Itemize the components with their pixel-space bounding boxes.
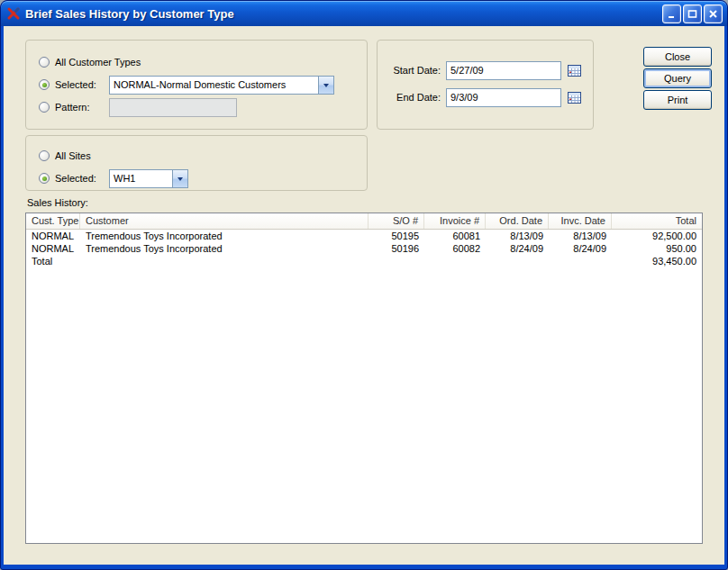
cell-order-date: 8/24/09 [486, 243, 549, 254]
minimize-icon [667, 9, 677, 19]
column-header-cust-type[interactable]: Cust. Type [26, 213, 80, 229]
customer-type-select-value: NORMAL-Normal Domestic Customers [110, 77, 318, 94]
radio-selected-customer-type[interactable]: Selected: [39, 79, 109, 90]
close-button[interactable]: Close [643, 47, 712, 67]
window-title: Brief Sales History by Customer Type [25, 7, 662, 21]
window: Brief Sales History by Customer Type All… [0, 0, 728, 570]
date-range-group: Start Date: End Date: [377, 40, 594, 130]
dialog-content: All Customer Types Selected: NORMAL-Norm… [4, 26, 724, 565]
selected-site-label: Selected: [55, 173, 96, 184]
end-date-label: End Date: [387, 92, 441, 103]
cell-so-number: 50196 [369, 243, 424, 254]
title-bar: Brief Sales History by Customer Type [1, 1, 727, 26]
column-header-so-number[interactable]: S/O # [369, 213, 424, 229]
table-row[interactable]: NORMAL Tremendous Toys Incorporated 5019… [26, 230, 702, 242]
action-button-column: Close Query Print [643, 47, 712, 110]
end-date-input[interactable] [446, 88, 561, 107]
cell-total: 92,500.00 [612, 231, 702, 241]
minimize-button[interactable] [662, 5, 681, 23]
query-button[interactable]: Query [643, 68, 712, 88]
close-icon [708, 9, 718, 19]
column-header-total[interactable]: Total [612, 213, 702, 229]
column-header-invoice-date[interactable]: Invc. Date [549, 213, 612, 229]
start-date-input[interactable] [446, 61, 561, 80]
radio-unselected-icon [39, 102, 50, 113]
cell-invoice-number: 60082 [424, 243, 486, 254]
sales-history-table: Cust. Type Customer S/O # Invoice # Ord.… [25, 213, 703, 544]
site-select-value: WH1 [110, 170, 172, 187]
pattern-input[interactable] [109, 98, 237, 117]
maximize-icon [687, 9, 697, 19]
cell-grand-total: 93,450.00 [612, 256, 702, 267]
cell-total: 950.00 [612, 243, 702, 254]
radio-unselected-icon [39, 150, 50, 161]
cell-invoice-date: 8/13/09 [549, 231, 612, 241]
pattern-label: Pattern: [55, 102, 90, 113]
site-select[interactable]: WH1 [109, 169, 188, 188]
radio-selected-icon [39, 79, 50, 90]
radio-all-sites[interactable]: All Sites [39, 150, 91, 161]
customer-type-group: All Customer Types Selected: NORMAL-Norm… [25, 40, 368, 130]
start-date-calendar-button[interactable] [565, 62, 583, 78]
start-date-label: Start Date: [387, 65, 441, 76]
table-header-row: Cust. Type Customer S/O # Invoice # Ord.… [26, 213, 702, 230]
cell-customer: Tremendous Toys Incorporated [80, 243, 369, 254]
chevron-down-icon[interactable] [318, 77, 333, 94]
cell-invoice-number: 60081 [424, 231, 486, 241]
table-total-row: Total 93,450.00 [26, 255, 702, 267]
end-date-calendar-button[interactable] [565, 89, 583, 105]
cell-cust-type: NORMAL [26, 243, 80, 254]
sites-group: All Sites Selected: WH1 [25, 135, 368, 191]
radio-selected-icon [39, 173, 50, 184]
cell-cust-type: NORMAL [26, 231, 80, 241]
cell-customer: Tremendous Toys Incorporated [80, 231, 369, 241]
print-button[interactable]: Print [643, 90, 712, 110]
cell-so-number: 50195 [369, 231, 424, 241]
maximize-button[interactable] [683, 5, 702, 23]
calendar-icon [567, 90, 582, 104]
table-row[interactable]: NORMAL Tremendous Toys Incorporated 5019… [26, 242, 702, 255]
chevron-down-icon[interactable] [172, 170, 187, 187]
calendar-icon [567, 63, 582, 77]
radio-all-customer-types[interactable]: All Customer Types [39, 57, 141, 68]
all-sites-label: All Sites [55, 150, 91, 161]
radio-unselected-icon [39, 57, 50, 68]
cell-order-date: 8/13/09 [486, 231, 549, 241]
column-header-order-date[interactable]: Ord. Date [486, 213, 549, 229]
radio-pattern[interactable]: Pattern: [39, 102, 109, 113]
close-window-button[interactable] [704, 5, 723, 23]
selected-customer-type-label: Selected: [55, 79, 96, 90]
cell-invoice-date: 8/24/09 [549, 243, 612, 254]
customer-type-select[interactable]: NORMAL-Normal Domestic Customers [109, 76, 334, 95]
app-icon [6, 6, 21, 21]
column-header-invoice-number[interactable]: Invoice # [424, 213, 486, 229]
sales-history-label: Sales History: [27, 197, 88, 208]
all-customer-types-label: All Customer Types [55, 57, 141, 68]
radio-selected-site[interactable]: Selected: [39, 173, 109, 184]
cell-total-label: Total [26, 256, 80, 267]
column-header-customer[interactable]: Customer [80, 213, 369, 229]
